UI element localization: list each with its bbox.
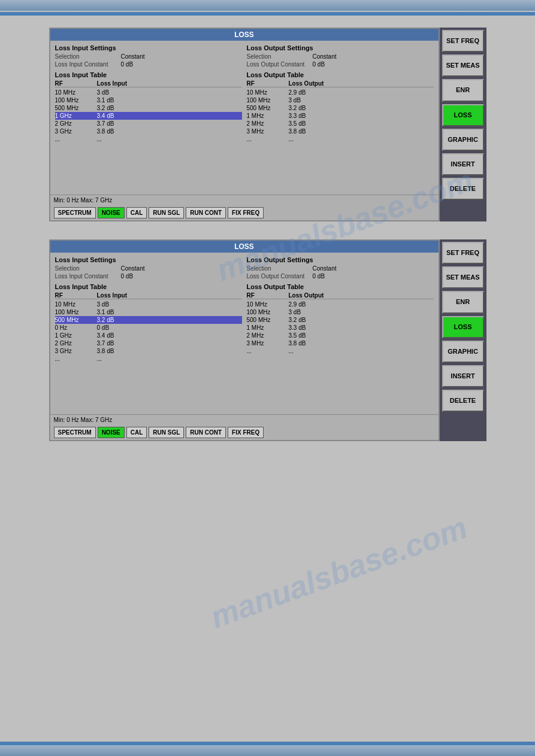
input-table-row-0-2[interactable]: 500 MHz3.2 dB <box>55 104 242 112</box>
top-bar <box>0 0 535 11</box>
input-table-row-1-2[interactable]: 500 MHz3.2 dB <box>55 316 242 324</box>
bottom-btn-1-5[interactable]: FIX FREQ <box>228 427 264 438</box>
side-btn-0-0[interactable]: SET FREQ <box>442 30 484 52</box>
input-table-row-0-1[interactable]: 100 MHz3.1 dB <box>55 96 242 104</box>
input-col-loss-1: Loss Input <box>97 292 242 299</box>
bottom-buttons-row-1: SPECTRUMNOISECALRUN SGLRUN CONTFIX FREQ <box>50 425 439 440</box>
input-table-row-1-3[interactable]: 0 Hz0 dB <box>55 324 242 332</box>
bottom-btn-1-3[interactable]: RUN SGL <box>149 427 184 438</box>
bottom-buttons-row-0: SPECTRUMNOISECALRUN SGLRUN CONTFIX FREQ <box>50 205 439 220</box>
input-table-row-0-0[interactable]: 10 MHz3 dB <box>55 89 242 96</box>
bottom-btn-0-0[interactable]: SPECTRUM <box>54 207 96 218</box>
side-btn-1-3[interactable]: LOSS <box>442 316 484 338</box>
output-table-row-1-3[interactable]: 1 MHz3.3 dB <box>247 324 434 332</box>
output-const-label-1: Loss Output Constant <box>247 273 313 280</box>
output-table-title-1: Loss Output Table <box>247 283 434 290</box>
panel-title-1: LOSS <box>50 241 439 253</box>
input-table-row-0-3[interactable]: 1 GHz3.4 dB <box>55 112 242 120</box>
input-sel-val-0: Constant <box>121 53 145 60</box>
side-btn-0-6[interactable]: DELETE <box>442 178 484 200</box>
side-btn-1-0[interactable]: SET FREQ <box>442 242 484 264</box>
input-sel-val-1: Constant <box>121 265 145 272</box>
side-btn-1-2[interactable]: ENR <box>442 291 484 313</box>
input-const-val-1: 0 dB <box>121 273 134 280</box>
side-btn-0-1[interactable]: SET MEAS <box>442 54 484 77</box>
side-btn-0-4[interactable]: GRAPHIC <box>442 129 484 151</box>
input-table-row-0-4[interactable]: 2 GHz3.7 dB <box>55 120 242 127</box>
bottom-btn-0-3[interactable]: RUN SGL <box>149 207 184 218</box>
bottom-bar-0: Min: 0 Hz Max: 7 GHz <box>50 195 439 205</box>
side-btn-0-5[interactable]: INSERT <box>442 153 484 175</box>
output-table-row-1-2[interactable]: 500 MHz3.2 dB <box>247 316 434 324</box>
output-settings-title-0: Loss Output Settings <box>247 44 434 51</box>
input-const-label-0: Loss Input Constant <box>55 61 121 68</box>
side-btn-1-5[interactable]: INSERT <box>442 365 484 387</box>
output-table-row-0-0[interactable]: 10 MHz2.9 dB <box>247 89 434 96</box>
side-btn-1-1[interactable]: SET MEAS <box>442 266 484 289</box>
input-table-row-1-6[interactable]: 3 GHz3.8 dB <box>55 347 242 355</box>
input-const-val-0: 0 dB <box>121 61 134 68</box>
input-sel-label-0: Selection <box>55 53 121 60</box>
bottom-bar-text-0: Min: 0 Hz Max: 7 GHz <box>54 197 113 204</box>
main-panel-1: LOSSLoss Input SettingsSelectionConstant… <box>49 239 440 441</box>
output-table-row-0-2[interactable]: 500 MHz3.2 dB <box>247 104 434 112</box>
input-const-label-1: Loss Input Constant <box>55 273 121 280</box>
bottom-btn-0-1[interactable]: NOISE <box>98 207 125 218</box>
main-panel-0: LOSSLoss Input SettingsSelectionConstant… <box>49 28 440 221</box>
bottom-btn-1-4[interactable]: RUN CONT <box>186 427 226 438</box>
output-table-row-1-6[interactable]: ...... <box>247 347 434 355</box>
input-table-row-1-1[interactable]: 100 MHz3.1 dB <box>55 308 242 316</box>
input-table-row-0-6[interactable]: ...... <box>55 135 242 143</box>
panel-title-0: LOSS <box>50 29 439 41</box>
watermark2: manualsbase.com <box>205 509 471 636</box>
side-buttons-1: SET FREQSET MEASENRLOSSGRAPHICINSERTDELE… <box>440 239 486 441</box>
output-table-row-1-0[interactable]: 10 MHz2.9 dB <box>247 300 434 308</box>
input-settings-col-1: Loss Input SettingsSelectionConstantLoss… <box>55 256 242 363</box>
input-table-row-1-4[interactable]: 1 GHz3.4 dB <box>55 332 242 339</box>
side-buttons-0: SET FREQSET MEASENRLOSSGRAPHICINSERTDELE… <box>440 28 486 221</box>
input-col-rf-1: RF <box>55 292 97 299</box>
output-table-row-0-3[interactable]: 1 MHz3.3 dB <box>247 112 434 120</box>
bottom-bar-1: Min: 0 Hz Max: 7 GHz <box>50 414 439 425</box>
input-col-loss-0: Loss Input <box>97 80 242 87</box>
output-col-loss-0: Loss Output <box>289 80 434 87</box>
output-sel-label-1: Selection <box>247 265 313 272</box>
output-table-row-0-1[interactable]: 100 MHz3 dB <box>247 96 434 104</box>
output-table-row-1-1[interactable]: 100 MHz3 dB <box>247 308 434 316</box>
output-table-row-1-4[interactable]: 2 MHz3.5 dB <box>247 332 434 339</box>
bottom-btn-0-2[interactable]: CAL <box>126 207 147 218</box>
bottom-btn-1-0[interactable]: SPECTRUM <box>54 427 96 438</box>
input-settings-title-0: Loss Input Settings <box>55 44 242 51</box>
output-const-val-0: 0 dB <box>313 61 325 68</box>
output-table-row-0-6[interactable]: ...... <box>247 135 434 143</box>
output-col-loss-1: Loss Output <box>289 292 434 299</box>
output-settings-col-1: Loss Output SettingsSelectionConstantLos… <box>247 256 434 363</box>
input-table-row-1-0[interactable]: 10 MHz3 dB <box>55 300 242 308</box>
bottom-btn-1-2[interactable]: CAL <box>126 427 147 438</box>
output-table-row-1-5[interactable]: 3 MHz3.8 dB <box>247 339 434 347</box>
side-btn-0-2[interactable]: ENR <box>442 79 484 101</box>
side-btn-1-6[interactable]: DELETE <box>442 390 484 412</box>
bottom-btn-0-5[interactable]: FIX FREQ <box>228 207 264 218</box>
side-btn-1-4[interactable]: GRAPHIC <box>442 341 484 363</box>
input-table-title-1: Loss Input Table <box>55 283 242 290</box>
input-settings-col-0: Loss Input SettingsSelectionConstantLoss… <box>55 44 242 143</box>
input-table-row-0-5[interactable]: 3 GHz3.8 dB <box>55 127 242 135</box>
output-table-title-0: Loss Output Table <box>247 71 434 78</box>
output-table-row-0-4[interactable]: 2 MHz3.5 dB <box>247 120 434 127</box>
output-table-row-0-5[interactable]: 3 MHz3.8 dB <box>247 127 434 135</box>
output-col-rf-1: RF <box>247 292 289 299</box>
side-btn-0-3[interactable]: LOSS <box>442 104 484 126</box>
output-settings-title-1: Loss Output Settings <box>247 256 434 263</box>
input-col-rf-0: RF <box>55 80 97 87</box>
bottom-btn-0-4[interactable]: RUN CONT <box>186 207 226 218</box>
input-sel-label-1: Selection <box>55 265 121 272</box>
input-table-row-1-5[interactable]: 2 GHz3.7 dB <box>55 339 242 347</box>
output-sel-label-0: Selection <box>247 53 313 60</box>
output-settings-col-0: Loss Output SettingsSelectionConstantLos… <box>247 44 434 143</box>
output-const-val-1: 0 dB <box>313 273 325 280</box>
input-table-title-0: Loss Input Table <box>55 71 242 78</box>
bottom-btn-1-1[interactable]: NOISE <box>98 427 125 438</box>
input-table-row-1-7[interactable]: ...... <box>55 355 242 363</box>
bottom-bar-text-1: Min: 0 Hz Max: 7 GHz <box>54 417 113 423</box>
